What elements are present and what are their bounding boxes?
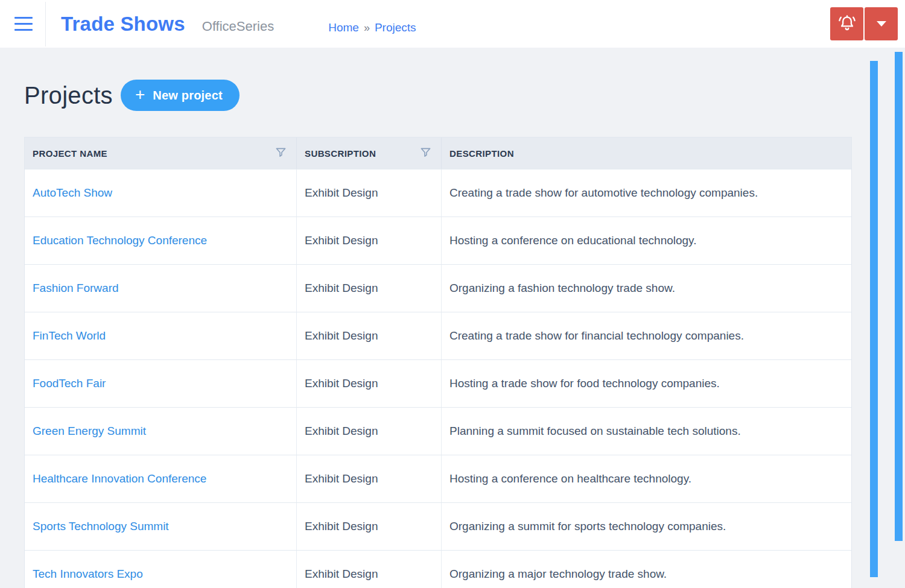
subscription-cell: Exhibit Design: [296, 265, 441, 312]
description-cell: Organizing a fashion technology trade sh…: [441, 265, 851, 312]
table-row: Green Energy Summit Exhibit Design Plann…: [25, 407, 851, 455]
content-scrollbar-thumb[interactable]: [870, 61, 878, 577]
description-cell: Creating a trade show for financial tech…: [441, 312, 851, 359]
table-row: AutoTech Show Exhibit Design Creating a …: [25, 169, 851, 217]
table-row: Fashion Forward Exhibit Design Organizin…: [25, 264, 851, 312]
subscription-cell: Exhibit Design: [296, 360, 441, 407]
page-heading: Projects + New project: [24, 80, 905, 111]
page-scrollbar-thumb[interactable]: [895, 52, 903, 541]
app-title: Trade Shows: [61, 13, 185, 36]
caret-down-icon: [877, 21, 886, 27]
table-header-row: PROJECT NAME SUBSCRIPTION DESCRIPTION: [25, 138, 851, 169]
project-name-link[interactable]: FoodTech Fair: [33, 377, 106, 390]
new-project-label: New project: [153, 89, 223, 103]
project-name-link[interactable]: Tech Innovators Expo: [33, 567, 143, 581]
project-name-link[interactable]: Fashion Forward: [33, 282, 119, 295]
new-project-button[interactable]: + New project: [121, 80, 240, 111]
subscription-cell: Exhibit Design: [296, 551, 441, 588]
subscription-cell: Exhibit Design: [296, 312, 441, 359]
notification-bell-icon: [836, 12, 858, 36]
breadcrumb-projects-link[interactable]: Projects: [375, 21, 416, 34]
breadcrumb-separator: »: [364, 22, 370, 34]
table-row: Sports Technology Summit Exhibit Design …: [25, 502, 851, 550]
table-row: FinTech World Exhibit Design Creating a …: [25, 312, 851, 359]
table-row: FoodTech Fair Exhibit Design Hosting a t…: [25, 359, 851, 407]
project-name-link[interactable]: Education Technology Conference: [33, 234, 207, 247]
logo-group: Trade Shows OfficeSeries: [61, 13, 274, 36]
table-row: Healthcare Innovation Conference Exhibit…: [25, 455, 851, 502]
notifications-button[interactable]: [830, 7, 863, 40]
subscription-cell: Exhibit Design: [296, 408, 441, 455]
projects-table: PROJECT NAME SUBSCRIPTION DESCRIPTION: [24, 137, 852, 588]
header-actions: [830, 7, 898, 40]
table-body: AutoTech Show Exhibit Design Creating a …: [25, 169, 851, 588]
hamburger-icon: [14, 17, 33, 19]
column-header-project-name[interactable]: PROJECT NAME: [25, 138, 296, 169]
project-name-link[interactable]: AutoTech Show: [33, 186, 112, 200]
description-cell: Organizing a major technology trade show…: [441, 551, 851, 588]
description-cell: Hosting a conference on healthcare techn…: [441, 455, 851, 502]
hamburger-menu-button[interactable]: [14, 14, 33, 33]
description-cell: Organizing a summit for sports technolog…: [441, 503, 851, 550]
breadcrumb-home-link[interactable]: Home: [328, 21, 359, 34]
table-row: Education Technology Conference Exhibit …: [25, 217, 851, 264]
description-cell: Hosting a trade show for food technology…: [441, 360, 851, 407]
page-title: Projects: [24, 82, 113, 109]
description-cell: Creating a trade show for automotive tec…: [441, 169, 851, 217]
filter-funnel-icon[interactable]: [275, 147, 287, 160]
plus-icon: +: [135, 86, 145, 105]
top-header: Trade Shows OfficeSeries Home » Projects: [0, 0, 905, 48]
column-header-subscription[interactable]: SUBSCRIPTION: [296, 138, 441, 169]
breadcrumb: Home » Projects: [328, 13, 416, 34]
subscription-cell: Exhibit Design: [296, 503, 441, 550]
account-dropdown-button[interactable]: [865, 7, 898, 40]
project-name-link[interactable]: Healthcare Innovation Conference: [33, 472, 206, 485]
description-cell: Planning a summit focused on sustainable…: [441, 408, 851, 455]
column-header-description[interactable]: DESCRIPTION: [441, 138, 851, 169]
subscription-cell: Exhibit Design: [296, 217, 441, 264]
header-divider: [45, 2, 46, 46]
filter-funnel-icon[interactable]: [420, 147, 431, 160]
main-content: Projects + New project PROJECT NAME SUBS…: [0, 80, 905, 588]
project-name-link[interactable]: FinTech World: [33, 329, 106, 343]
project-name-link[interactable]: Sports Technology Summit: [33, 520, 169, 533]
project-name-link[interactable]: Green Energy Summit: [33, 425, 146, 438]
suite-name: OfficeSeries: [202, 19, 274, 34]
table-row: Tech Innovators Expo Exhibit Design Orga…: [25, 550, 851, 588]
description-cell: Hosting a conference on educational tech…: [441, 217, 851, 264]
subscription-cell: Exhibit Design: [296, 455, 441, 502]
subscription-cell: Exhibit Design: [296, 169, 441, 217]
